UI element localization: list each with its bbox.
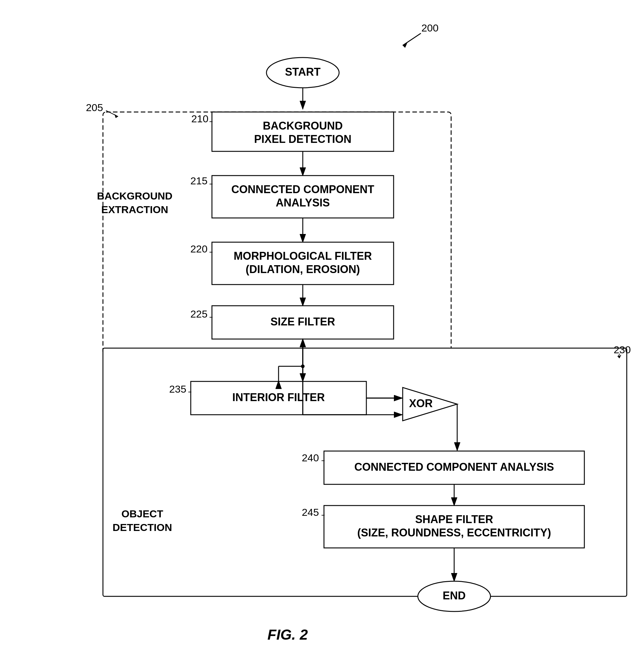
label-210: BACKGROUND	[263, 119, 343, 132]
label-215b: ANALYSIS	[276, 197, 330, 209]
label-210b: PIXEL DETECTION	[254, 133, 351, 145]
label-220b: (DILATION, EROSION)	[246, 263, 360, 275]
figure-label: FIG. 2	[267, 627, 308, 643]
end-label: END	[443, 589, 466, 602]
object-detection-label: OBJECT	[122, 508, 163, 519]
ref-245: 245	[302, 507, 319, 518]
background-extraction-label2: EXTRACTION	[101, 204, 168, 215]
ref-215: 215	[191, 175, 208, 186]
label-240: CONNECTED COMPONENT ANALYSIS	[354, 461, 554, 473]
diagram-container: 200 START 205 BACKGROUND EXTRACTION BACK…	[0, 0, 644, 669]
label-215: CONNECTED COMPONENT	[231, 183, 374, 196]
label-245b: (SIZE, ROUNDNESS, ECCENTRICITY)	[357, 526, 551, 539]
ref-220: 220	[191, 243, 208, 255]
label-225: SIZE FILTER	[270, 315, 335, 328]
fig-ref-200: 200	[421, 22, 439, 33]
ref-205: 205	[86, 102, 103, 113]
ref-230: 230	[614, 344, 631, 355]
label-245: SHAPE FILTER	[415, 513, 493, 526]
ref-225: 225	[191, 308, 208, 320]
start-label: START	[285, 66, 320, 78]
label-220: MORPHOLOGICAL FILTER	[234, 250, 372, 262]
ref-235: 235	[169, 383, 186, 395]
xor-label: XOR	[409, 397, 433, 410]
background-extraction-label: BACKGROUND	[97, 190, 172, 202]
ref-240: 240	[302, 452, 319, 464]
object-detection-label2: DETECTION	[113, 522, 172, 533]
svg-line-2	[403, 33, 421, 45]
ref-210: 210	[191, 113, 209, 125]
label-235: INTERIOR FILTER	[232, 391, 325, 403]
